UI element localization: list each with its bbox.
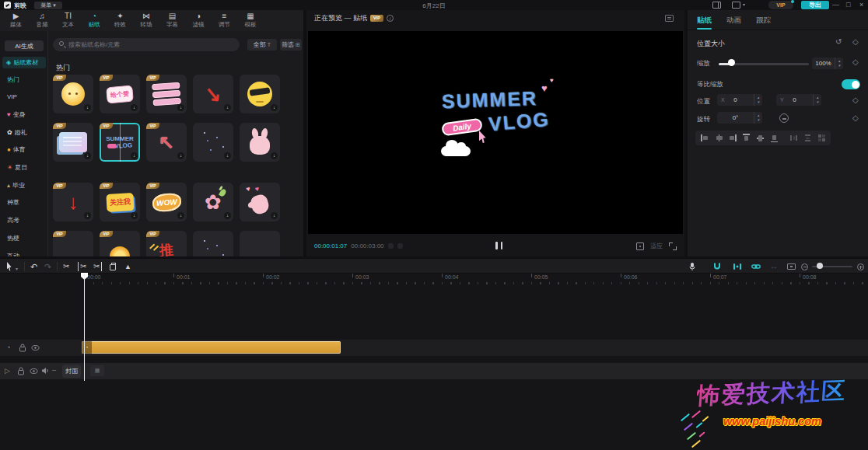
align-top-icon[interactable]: [742, 134, 750, 142]
position-x-box[interactable]: X 0 ▴▾: [717, 94, 762, 106]
pink-bunny-sticker[interactable]: ↓: [240, 123, 280, 162]
download-icon[interactable]: ↓: [224, 104, 231, 111]
menu-button[interactable]: 菜单 ▾: [34, 2, 62, 9]
fit-mode-label[interactable]: 适应: [650, 242, 663, 250]
download-icon[interactable]: ↓: [84, 104, 91, 111]
sidebar-item-memes[interactable]: 热梗: [0, 231, 48, 245]
align-center-vertical-icon[interactable]: [756, 134, 764, 142]
distribute-grid-icon[interactable]: [817, 134, 825, 142]
ribbon-tab-media[interactable]: ▶媒体: [3, 11, 29, 30]
crop-left-icon[interactable]: ✂: [78, 262, 86, 271]
align-center-horizontal-icon[interactable]: [715, 134, 723, 142]
vip-badge[interactable]: VIP: [768, 1, 793, 9]
rotate-box[interactable]: 0° ▴▾: [717, 112, 762, 124]
reset-icon[interactable]: ↺: [835, 37, 842, 46]
sidebar-item-summer[interactable]: ☀夏日: [0, 161, 48, 175]
select-tool-icon[interactable]: [7, 262, 14, 271]
rotate-stepper[interactable]: ▴▾: [754, 112, 762, 124]
position-y-box[interactable]: Y 0 ▴▾: [776, 94, 821, 106]
timeline-zoom-knob[interactable]: [817, 263, 823, 269]
ribbon-tab-audio[interactable]: ♫音频: [30, 11, 55, 30]
pink-flower-sticker[interactable]: ✿↓: [193, 183, 233, 222]
sunglasses-emoji-sticker[interactable]: ↓: [240, 75, 280, 113]
ribbon-tab-captions[interactable]: ▤字幕: [159, 11, 185, 30]
main-track-magnet-icon[interactable]: [712, 262, 722, 271]
sticker-clip[interactable]: ◔: [82, 341, 341, 354]
sparkle-sticker[interactable]: ↓: [193, 123, 233, 162]
pink-text-sticker[interactable]: VIP↓: [146, 75, 187, 113]
fullscreen-icon[interactable]: [669, 242, 677, 250]
download-icon[interactable]: ↓: [177, 212, 184, 219]
sparkle-sticker-2[interactable]: ↓: [193, 231, 233, 256]
crop-right-icon[interactable]: ✂: [93, 262, 102, 271]
scale-value-box[interactable]: 100% ▴▾: [812, 58, 843, 69]
sidebar-item-wedding[interactable]: ✿婚礼: [0, 125, 48, 139]
ribbon-tab-templates[interactable]: ▦模板: [238, 11, 264, 30]
minimize-button[interactable]: —: [832, 0, 839, 10]
red-arrow-downright-sticker[interactable]: ↘↓: [193, 75, 233, 113]
collapse-tracks-icon[interactable]: –: [52, 366, 56, 374]
preview-option-icon[interactable]: [388, 243, 394, 249]
give-like-sticker[interactable]: 给个赞VIP↓: [100, 75, 140, 113]
search-input[interactable]: [68, 38, 236, 51]
chevron-down-icon[interactable]: ▾: [743, 2, 745, 7]
split-icon[interactable]: ✂: [63, 262, 69, 271]
zoom-out-icon[interactable]: [801, 263, 808, 270]
device-icon[interactable]: [732, 2, 740, 9]
filter-button[interactable]: 筛选 ⊞: [280, 39, 302, 51]
red-arrow-down-sticker[interactable]: ↓VIP↓: [53, 183, 93, 222]
ribbon-tab-filters[interactable]: ◑滤镜: [186, 11, 212, 30]
info-icon[interactable]: i: [387, 15, 394, 22]
cover-button[interactable]: 封面: [62, 365, 81, 378]
delete-icon[interactable]: [110, 264, 116, 270]
keyframe-icon[interactable]: ◇: [852, 96, 859, 104]
chevron-down-icon[interactable]: ▾: [16, 264, 18, 274]
scale-stepper[interactable]: ▴▾: [835, 58, 843, 69]
preview-option-icon[interactable]: [397, 243, 403, 249]
download-icon[interactable]: ↓: [131, 152, 138, 159]
pause-button[interactable]: [495, 242, 502, 249]
redo-icon[interactable]: ↷: [44, 262, 51, 271]
distribute-vertical-icon[interactable]: [803, 134, 811, 142]
sidebar-item-graduation[interactable]: ▴毕业: [0, 178, 48, 192]
track-hide-icon[interactable]: [31, 344, 40, 351]
sidebar-item-vip[interactable]: VIP: [0, 90, 48, 104]
ribbon-tab-sticker[interactable]: ◔贴纸: [82, 11, 107, 30]
sidebar-item-hot[interactable]: 热门: [0, 72, 48, 86]
preview-canvas[interactable]: SUMMER ♥♥ VLOG Daily: [308, 31, 683, 234]
timeline-view-icon[interactable]: [787, 263, 796, 270]
download-icon[interactable]: ↓: [84, 152, 91, 159]
zoom-in-icon[interactable]: [857, 263, 864, 270]
download-icon[interactable]: ↓: [84, 212, 91, 219]
link-clips-icon[interactable]: [751, 262, 761, 271]
ribbon-tab-transition[interactable]: ⋈转场: [134, 11, 159, 30]
track-lock-icon[interactable]: [17, 367, 25, 375]
dark-sticker[interactable]: ↓: [240, 231, 280, 256]
ribbon-tab-text[interactable]: TI文本: [55, 11, 81, 30]
sidebar-item-sports[interactable]: ●体育: [0, 143, 48, 157]
sidebar-item-interaction[interactable]: 互动: [0, 249, 48, 256]
download-icon[interactable]: ↓: [177, 104, 184, 111]
track-mute-icon[interactable]: [41, 367, 49, 375]
wow-sticker[interactable]: WOWVIP↓: [146, 183, 187, 222]
track-lock-icon[interactable]: [19, 344, 26, 352]
distribute-horizontal-icon[interactable]: [789, 134, 797, 142]
preview-axis-icon[interactable]: ↔: [770, 262, 778, 271]
position-x-stepper[interactable]: ▴▾: [754, 94, 762, 106]
push-sticker[interactable]: 推VIP↓: [146, 231, 187, 256]
tab-tracking[interactable]: 跟踪: [756, 16, 771, 26]
keyframe-icon[interactable]: ◇: [852, 113, 859, 122]
pink-arrow-upleft-sticker[interactable]: ↖VIP↓: [146, 123, 187, 162]
pastel-notes-sticker[interactable]: VIP↓: [53, 123, 93, 162]
align-left-icon[interactable]: [701, 134, 709, 142]
follow-me-sticker[interactable]: 关注我VIP↓: [100, 183, 140, 222]
rotate-dial-icon[interactable]: [779, 113, 789, 123]
layout-icon[interactable]: [712, 2, 721, 9]
orange-banner-sticker[interactable]: VIP↓: [53, 231, 93, 256]
filter-all-button[interactable]: 全部 T: [247, 39, 277, 51]
track-hide-icon[interactable]: [30, 368, 38, 375]
close-button[interactable]: ×: [859, 0, 863, 10]
sidebar-item-gaokao[interactable]: 高考: [0, 214, 48, 228]
sidebar-item-transform[interactable]: ♥变身: [0, 107, 48, 121]
download-icon[interactable]: ↓: [131, 212, 138, 219]
